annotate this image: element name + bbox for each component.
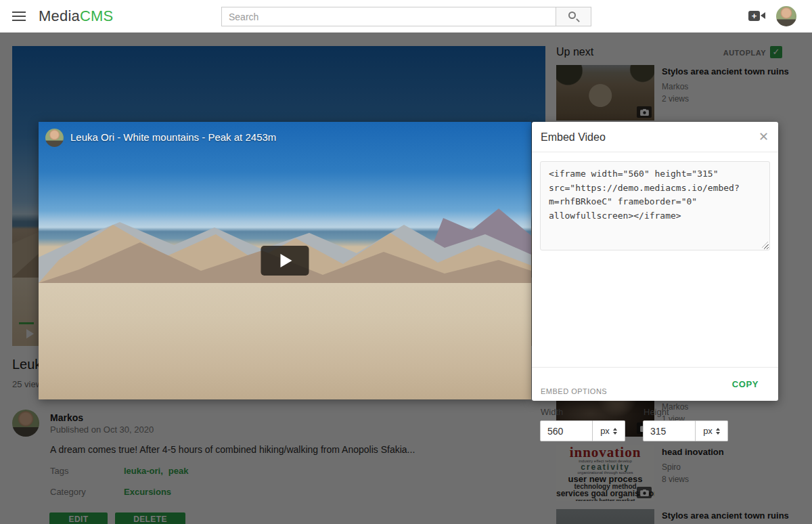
top-navbar: MediaCMS + xyxy=(0,0,812,32)
copy-button[interactable]: COPY xyxy=(732,379,759,389)
logo-text-cms: CMS xyxy=(80,7,114,24)
height-unit-select[interactable]: px xyxy=(696,420,728,441)
search-button[interactable] xyxy=(556,7,591,26)
dialog-title: Embed Video xyxy=(541,131,606,144)
dialog-divider xyxy=(532,367,778,368)
width-label: Width xyxy=(541,407,563,417)
height-label: Height xyxy=(644,407,669,417)
close-icon[interactable]: ✕ xyxy=(759,129,769,144)
search-icon xyxy=(568,12,576,19)
width-unit-select[interactable]: px xyxy=(593,420,625,441)
logo-text-media: Media xyxy=(39,7,80,24)
stepper-arrows-icon xyxy=(716,428,720,435)
width-input[interactable] xyxy=(540,420,593,441)
upload-video-icon[interactable]: + xyxy=(748,9,766,23)
width-unit-value: px xyxy=(600,426,610,436)
uploader-avatar xyxy=(45,129,64,147)
user-avatar[interactable] xyxy=(776,6,796,26)
embed-options-label: EMBED OPTIONS xyxy=(541,387,607,395)
height-unit-value: px xyxy=(703,426,713,436)
site-logo[interactable]: MediaCMS xyxy=(39,7,113,25)
search-input[interactable] xyxy=(221,7,556,26)
preview-video-title: Leuka Ori - White mountains - Peak at 24… xyxy=(70,131,276,143)
embed-preview-player[interactable]: Leuka Ori - White mountains - Peak at 24… xyxy=(39,122,531,399)
dialog-header: Embed Video ✕ xyxy=(532,122,778,152)
menu-icon[interactable] xyxy=(12,12,26,21)
play-button[interactable] xyxy=(261,246,309,276)
stepper-arrows-icon xyxy=(613,428,617,435)
embed-video-dialog: Embed Video ✕ <iframe width="560" height… xyxy=(532,122,778,401)
embed-code-textarea[interactable]: <iframe width="560" height="315" src="ht… xyxy=(540,161,770,250)
height-input[interactable] xyxy=(643,420,696,441)
